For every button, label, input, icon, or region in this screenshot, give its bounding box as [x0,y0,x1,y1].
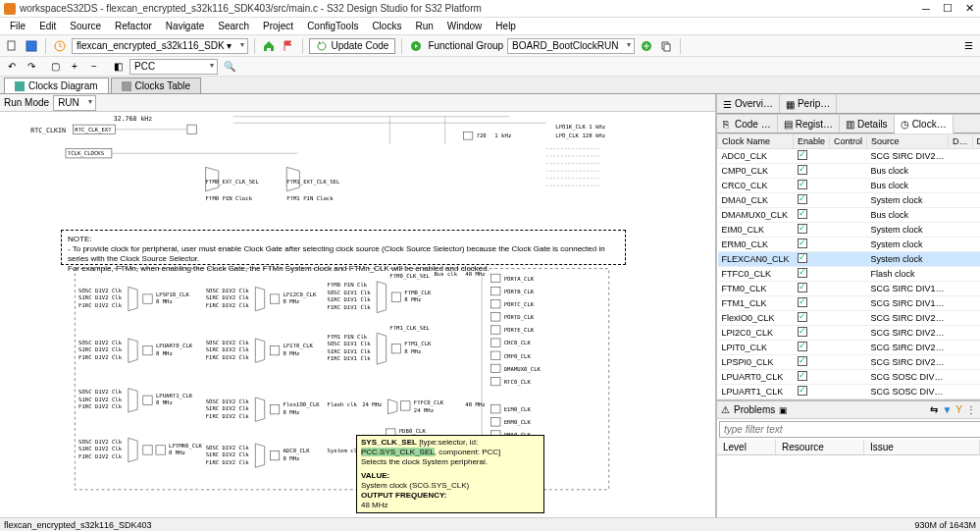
table-row[interactable]: FTFC0_CLKFlash clock24 MHz [718,267,981,282]
svg-text:8 MHz: 8 MHz [156,399,173,405]
clock-table[interactable]: Clock NameEnableControlSourceD…D…Frequen… [717,133,980,399]
enable-checkbox[interactable] [798,283,807,292]
svg-rect-32 [270,294,279,303]
zoom-in-icon[interactable]: + [67,59,82,75]
enable-checkbox[interactable] [798,371,807,381]
table-row[interactable]: FlexIO0_CLKSCG SIRC DIV2…8 MHz [718,311,981,326]
table-row[interactable]: FTM1_CLKSCG SIRC DIV1…8 MHz [718,296,981,311]
menu-configtools[interactable]: ConfigTools [301,19,364,33]
menu-clocks[interactable]: Clocks [366,19,407,33]
svg-text:PORTD_CLK: PORTD_CLK [504,314,535,321]
enable-checkbox[interactable] [798,356,807,366]
enable-checkbox[interactable] [798,386,807,396]
enable-checkbox[interactable] [798,209,807,219]
enable-checkbox[interactable] [798,194,807,204]
table-row[interactable]: CRC0_CLKBus clock48 MHz [718,179,981,193]
clock-diagram[interactable]: 32.768 kHz RTC_CLKIN RTC_CLK_EXT TCLK_CL… [0,112,715,517]
table-row[interactable]: LPSPI0_CLKSCG SIRC DIV2…8 MHz [718,355,981,370]
collapse-icon[interactable]: ▣ [779,405,788,415]
undo-icon[interactable]: ↶ [4,59,20,75]
enable-checkbox[interactable] [798,253,807,263]
save-icon[interactable] [24,38,39,54]
home-icon[interactable] [261,38,277,54]
project-dropdown[interactable]: flexcan_encrypted_s32k116_SDK ▾ [72,38,248,54]
problems-title: Problems [734,404,775,415]
clock-col-header[interactable]: D… [972,134,980,149]
table-row[interactable]: EIM0_CLKSystem clock48 MHz [718,223,981,238]
enable-checkbox[interactable] [798,180,807,189]
maximize-button[interactable]: ☐ [941,2,954,16]
filter-sync-icon[interactable]: ⇆ [930,404,938,415]
enable-checkbox[interactable] [798,342,807,351]
copy-icon[interactable] [658,38,674,54]
tab-clocks-diagram[interactable]: Clocks Diagram [4,78,109,93]
update-code-button[interactable]: Update Code [309,38,395,54]
search-icon[interactable]: 🔍 [222,59,237,75]
filter-y-icon[interactable]: Y [955,404,962,415]
table-row[interactable]: LPUART0_CLKSCG SOSC DIV…8 MHz [718,370,981,385]
table-row[interactable]: LPIT0_CLKSCG SIRC DIV2…8 MHz [718,341,981,355]
component-dropdown[interactable]: PCC [129,59,218,75]
menu-search[interactable]: Search [212,19,255,33]
menu-edit[interactable]: Edit [33,19,62,33]
table-row[interactable]: DMAMUX0_CLKBus clock48 MHz [718,208,981,223]
selector-tooltip: SYS_CLK_SEL [type:selector, id: PCC.SYS_… [356,435,544,513]
clock-col-header[interactable]: Clock Name [718,134,794,149]
play-icon[interactable] [408,38,424,54]
problems-filter-input[interactable] [719,421,980,438]
clock-col-header[interactable]: Source [867,134,949,149]
close-button[interactable]: ✕ [962,2,976,16]
table-row[interactable]: DMA0_CLKSystem clock48 MHz [718,193,981,208]
component-icon[interactable]: ◧ [110,59,126,75]
clock-col-header[interactable]: Control [830,134,867,149]
tab-registers[interactable]: ▤Regist… [778,115,840,133]
clock-col-header[interactable]: Enable [794,134,830,149]
table-row[interactable]: CMP0_CLKBus clock48 MHz [718,164,981,179]
svg-rect-78 [143,446,152,454]
flag-icon[interactable] [281,38,296,54]
table-row[interactable]: ERM0_CLKSystem clock48 MHz [718,238,981,252]
tab-peripherals[interactable]: ▦Perip… [780,94,837,113]
svg-rect-107 [491,299,500,307]
table-row[interactable]: ADC0_CLKSCG SIRC DIV2…8 MHz [718,149,981,164]
enable-checkbox[interactable] [798,165,807,175]
menu-refactor[interactable]: Refactor [109,19,158,33]
table-row[interactable]: FLEXCAN0_CLKSystem clock48 MHz [718,252,981,267]
tab-code[interactable]: ⎘Code … [717,115,778,133]
menu-icon[interactable]: ⋮ [966,404,976,415]
menu-help[interactable]: Help [490,19,522,33]
clock-col-header[interactable]: D… [949,134,973,149]
tab-clocks-table[interactable]: Clocks Table [111,78,202,93]
menu-navigate[interactable]: Navigate [160,19,210,33]
tab-details[interactable]: ▥Details [840,115,895,133]
enable-checkbox[interactable] [798,268,807,278]
table-row[interactable]: LPI2C0_CLKSCG SIRC DIV2…8 MHz [718,326,981,341]
enable-checkbox[interactable] [798,224,807,234]
enable-checkbox[interactable] [798,312,807,322]
menu-window[interactable]: Window [441,19,489,33]
table-row[interactable]: LPUART1_CLKSCG SOSC DIV…8 MHz [718,385,981,399]
enable-checkbox[interactable] [798,150,807,160]
add-icon[interactable] [639,38,654,54]
menu-project[interactable]: Project [257,19,299,33]
filter-funnel-icon[interactable]: ▼ [942,404,952,415]
run-mode-dropdown[interactable]: RUN [53,95,96,111]
enable-checkbox[interactable] [798,239,807,248]
clock-icon[interactable] [52,38,68,54]
svg-text:FTM1_EXT_CLK_SEL: FTM1_EXT_CLK_SEL [286,179,340,186]
functional-group-dropdown[interactable]: BOARD_BootClockRUN [507,38,635,54]
table-row[interactable]: FTM0_CLKSCG SIRC DIV1…8 MHz [718,282,981,296]
menu-file[interactable]: File [4,19,31,33]
perspective-icon[interactable]: ☰ [960,38,976,54]
tab-overview[interactable]: ☰Overvi… [717,94,780,113]
menu-source[interactable]: Source [64,19,107,33]
menu-run[interactable]: Run [409,19,438,33]
minimize-button[interactable]: ─ [919,2,933,16]
enable-checkbox[interactable] [798,327,807,337]
new-icon[interactable] [4,38,20,54]
enable-checkbox[interactable] [798,297,807,307]
tab-clocks[interactable]: ◷Clock… [895,115,954,133]
zoom-out-icon[interactable]: − [86,59,102,75]
redo-icon[interactable]: ↷ [24,59,39,75]
zoom-fit-icon[interactable]: ▢ [47,59,63,75]
